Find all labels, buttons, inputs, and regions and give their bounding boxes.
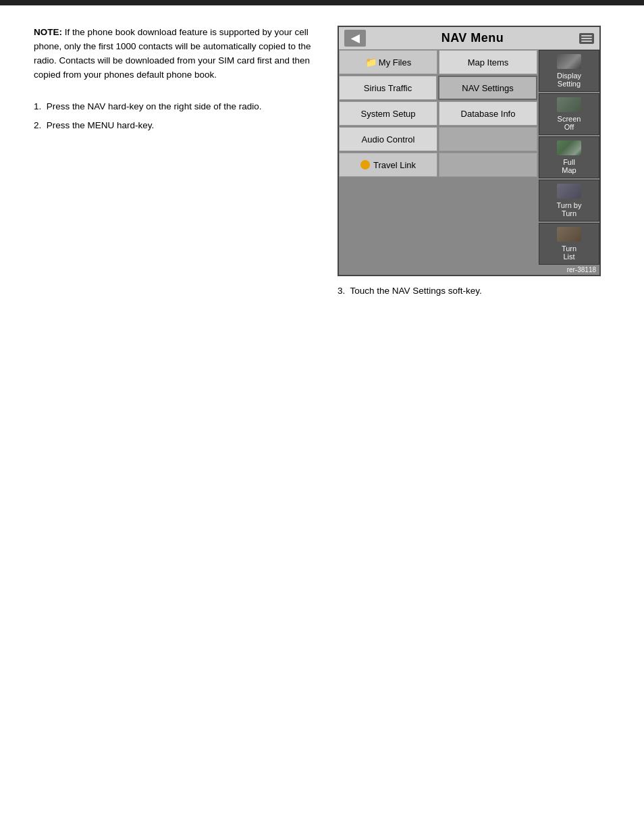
full-map-label: FullMap — [562, 158, 576, 174]
step-3: 3. Touch the NAV Settings soft-key. — [338, 286, 482, 296]
display-setting-thumbnail — [557, 54, 581, 69]
step-1: 1. Press the NAV hard-key on the right s… — [34, 99, 317, 115]
note-paragraph: NOTE: If the phone book download feature… — [34, 26, 317, 82]
display-setting-button[interactable]: DisplaySetting — [539, 50, 599, 92]
turn-by-turn-label: Turn byTurn — [557, 201, 582, 217]
system-setup-button[interactable]: System Setup — [339, 101, 437, 126]
screen-off-button[interactable]: ScreenOff — [539, 93, 599, 135]
screen-off-label: ScreenOff — [558, 115, 581, 131]
nav-row-2: Sirius Traffic NAV Settings — [339, 76, 537, 100]
full-map-thumbnail — [557, 140, 581, 155]
nav-buttons-area: 📁 My Files Map Items — [339, 50, 537, 265]
travel-link-icon — [360, 160, 370, 170]
content-area: NOTE: If the phone book download feature… — [0, 5, 644, 316]
nav-inner: 📁 My Files Map Items — [339, 50, 599, 265]
empty-cell-2 — [439, 153, 537, 177]
my-files-button[interactable]: 📁 My Files — [339, 50, 437, 74]
travel-link-button[interactable]: Travel Link — [339, 153, 437, 177]
step-2: 2. Press the MENU hard-key. — [34, 118, 317, 134]
page-container: NOTE: If the phone book download feature… — [0, 0, 644, 834]
nav-screenshot: ◀ NAV Menu — [338, 26, 601, 276]
steps-list: 1. Press the NAV hard-key on the right s… — [34, 99, 317, 134]
map-items-button[interactable]: Map Items — [439, 50, 537, 74]
nav-row-4: Audio Control — [339, 127, 537, 151]
full-map-button[interactable]: FullMap — [539, 136, 599, 178]
nav-menu-title: NAV Menu — [441, 31, 504, 45]
side-panel: DisplaySetting ScreenOff FullMap — [539, 50, 599, 265]
nav-settings-button[interactable]: NAV Settings — [438, 76, 537, 100]
turn-by-turn-button[interactable]: Turn byTurn — [539, 180, 599, 221]
my-files-icon: 📁 — [365, 57, 377, 68]
nav-row-5: Travel Link — [339, 153, 537, 177]
database-info-button[interactable]: Database Info — [439, 101, 537, 126]
nav-menu-header: ◀ NAV Menu — [339, 27, 599, 50]
audio-control-button[interactable]: Audio Control — [339, 127, 437, 151]
nav-row-1: 📁 My Files Map Items — [339, 50, 537, 74]
turn-list-button[interactable]: TurnList — [539, 223, 599, 265]
note-text: If the phone book download feature is su… — [34, 27, 311, 80]
right-column: ◀ NAV Menu — [338, 26, 610, 296]
screen-off-thumbnail — [557, 97, 581, 112]
sirius-traffic-button[interactable]: Sirius Traffic — [339, 76, 437, 100]
menu-icon — [579, 33, 594, 44]
turn-list-label: TurnList — [562, 244, 576, 261]
nav-back-button[interactable]: ◀ — [344, 30, 366, 47]
main-section: NOTE: If the phone book download feature… — [34, 26, 610, 296]
display-setting-label: DisplaySetting — [557, 72, 581, 88]
empty-cell — [439, 127, 537, 151]
ref-number: rer-38118 — [339, 265, 599, 275]
turn-list-thumbnail — [557, 227, 581, 242]
note-label: NOTE: — [34, 27, 62, 37]
nav-row-3: System Setup Database Info — [339, 101, 537, 126]
top-bar — [0, 0, 644, 5]
note-section: NOTE: If the phone book download feature… — [34, 26, 317, 82]
left-column: NOTE: If the phone book download feature… — [34, 26, 317, 136]
turn-by-turn-thumbnail — [557, 184, 581, 199]
